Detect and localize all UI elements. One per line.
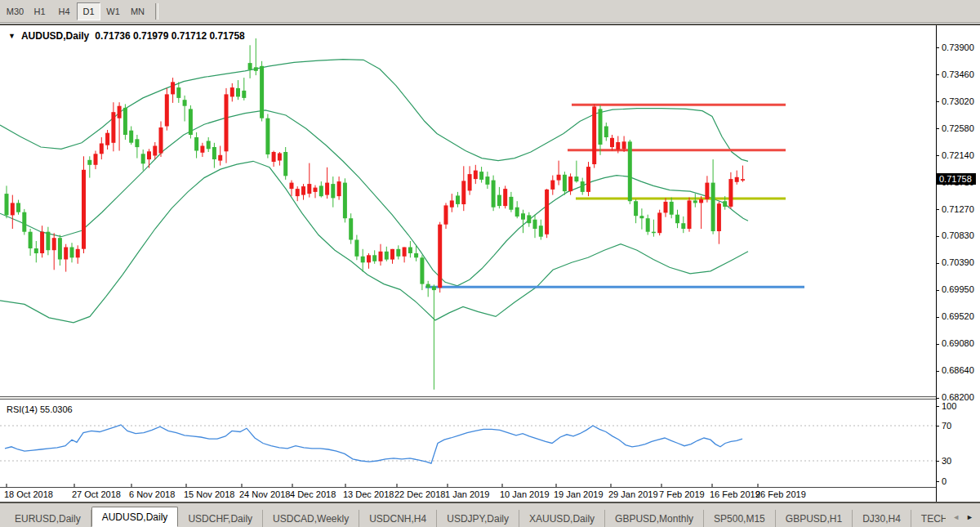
candle-bear[interactable] xyxy=(34,241,38,262)
chart-tab-sp500-m15[interactable]: SP500,M15 xyxy=(704,510,776,527)
candle-bear[interactable] xyxy=(711,159,715,234)
chart-dropdown-icon[interactable]: ▼ xyxy=(8,32,16,40)
candle-bear[interactable] xyxy=(194,132,198,159)
candle-bear[interactable] xyxy=(283,147,287,180)
candle-bear[interactable] xyxy=(675,210,679,229)
candle-bull[interactable] xyxy=(159,122,163,158)
timeframe-button-mn[interactable]: MN xyxy=(126,2,149,20)
candle-bull[interactable] xyxy=(165,88,169,131)
candle-bear[interactable] xyxy=(385,247,389,261)
candle-bear[interactable] xyxy=(432,284,436,390)
candle-bull[interactable] xyxy=(610,135,614,151)
candle-bear[interactable] xyxy=(207,137,211,152)
candle-bull[interactable] xyxy=(450,194,454,212)
candle-bear[interactable] xyxy=(539,220,543,240)
candle-bull[interactable] xyxy=(592,104,596,167)
candle-bull[interactable] xyxy=(503,185,507,208)
date-axis[interactable]: 18 Oct 201827 Oct 20186 Nov 201815 Nov 2… xyxy=(0,489,936,502)
candle-bull[interactable] xyxy=(699,196,703,229)
candle-bull[interactable] xyxy=(474,165,478,184)
candle-bear[interactable] xyxy=(22,209,26,235)
candle-bull[interactable] xyxy=(153,142,157,159)
candle-bear[interactable] xyxy=(533,215,537,239)
candle-bull[interactable] xyxy=(550,176,555,195)
candle-bear[interactable] xyxy=(349,213,353,244)
candle-bear[interactable] xyxy=(129,127,133,145)
candle-bull[interactable] xyxy=(461,166,466,211)
candle-bear[interactable] xyxy=(135,135,139,159)
chart-tab-tech100-h[interactable]: TECH100,H xyxy=(911,510,946,527)
chart-tab-xauusd-daily[interactable]: XAUUSD,Daily xyxy=(519,510,605,527)
tab-scroll-left-icon[interactable]: ◄ xyxy=(952,513,960,521)
candle-bull[interactable] xyxy=(200,143,204,157)
candle-bull[interactable] xyxy=(403,248,407,263)
candle-bull[interactable] xyxy=(468,166,472,194)
candle-bull[interactable] xyxy=(545,189,549,238)
candle-bear[interactable] xyxy=(70,243,74,262)
rsi-chart-canvas[interactable] xyxy=(0,400,936,488)
candle-bull[interactable] xyxy=(82,156,86,253)
candle-bull[interactable] xyxy=(664,198,668,217)
candle-bull[interactable] xyxy=(438,222,442,293)
candle-bear[interactable] xyxy=(604,123,608,141)
candle-bear[interactable] xyxy=(639,208,644,230)
candle-bull[interactable] xyxy=(11,195,15,229)
timeframe-button-h1[interactable]: H1 xyxy=(28,2,51,20)
price-axis[interactable]: 0.739000.734600.730200.725800.721400.717… xyxy=(938,25,980,396)
band-lower[interactable] xyxy=(0,161,748,323)
candle-bull[interactable] xyxy=(586,162,590,196)
chart-tab-usdcad-weekly[interactable]: USDCAD,Weekly xyxy=(263,510,359,527)
candle-bear[interactable] xyxy=(420,255,424,290)
candle-bear[interactable] xyxy=(242,78,246,100)
candle-bull[interactable] xyxy=(379,244,383,266)
candle-bull[interactable] xyxy=(40,226,44,257)
candle-bull[interactable] xyxy=(171,78,175,103)
candle-bull[interactable] xyxy=(296,186,300,201)
candle-bull[interactable] xyxy=(657,210,662,236)
candle-bull[interactable] xyxy=(557,161,561,185)
candle-bear[interactable] xyxy=(581,178,585,195)
candle-bear[interactable] xyxy=(426,281,430,297)
candle-bull[interactable] xyxy=(444,203,448,229)
candle-bear[interactable] xyxy=(574,161,578,183)
candle-bear[interactable] xyxy=(652,220,656,237)
candle-bear[interactable] xyxy=(479,167,483,183)
candle-bear[interactable] xyxy=(46,227,50,256)
candle-bear[interactable] xyxy=(189,105,193,139)
candle-bear[interactable] xyxy=(485,172,489,189)
candle-bear[interactable] xyxy=(87,156,91,177)
candle-bear[interactable] xyxy=(254,38,258,75)
candle-bull[interactable] xyxy=(741,166,745,182)
candle-bull[interactable] xyxy=(337,176,341,200)
candle-bear[interactable] xyxy=(521,210,525,234)
candle-bear[interactable] xyxy=(29,229,33,256)
candle-bull[interactable] xyxy=(225,88,229,163)
candle-bull[interactable] xyxy=(218,146,222,166)
candle-bear[interactable] xyxy=(396,245,400,259)
candle-bull[interactable] xyxy=(717,202,721,244)
candle-bull[interactable] xyxy=(728,172,733,208)
candle-bull[interactable] xyxy=(301,184,305,200)
candle-bear[interactable] xyxy=(599,105,603,155)
candle-bull[interactable] xyxy=(735,171,739,185)
candle-bull[interactable] xyxy=(688,198,692,232)
candle-bull[interactable] xyxy=(307,163,311,198)
candle-bull[interactable] xyxy=(52,233,56,270)
candle-bull[interactable] xyxy=(147,149,151,167)
candle-bear[interactable] xyxy=(319,181,323,198)
candle-bear[interactable] xyxy=(646,215,650,235)
candle-bear[interactable] xyxy=(628,140,632,204)
candle-bull[interactable] xyxy=(105,130,109,150)
candle-bear[interactable] xyxy=(670,198,674,219)
candle-bear[interactable] xyxy=(361,249,365,272)
candle-bear[interactable] xyxy=(693,194,697,208)
candle-bear[interactable] xyxy=(408,241,412,257)
candle-bear[interactable] xyxy=(212,143,216,168)
candle-bear[interactable] xyxy=(183,96,187,122)
chart-tab-gbpusd-h1[interactable]: GBPUSD,H1 xyxy=(776,510,853,527)
timeframe-button-w1[interactable]: W1 xyxy=(101,2,125,20)
candle-bear[interactable] xyxy=(497,187,501,208)
candle-bear[interactable] xyxy=(236,80,240,100)
candle-bull[interactable] xyxy=(367,253,371,269)
candle-bear[interactable] xyxy=(265,114,270,159)
